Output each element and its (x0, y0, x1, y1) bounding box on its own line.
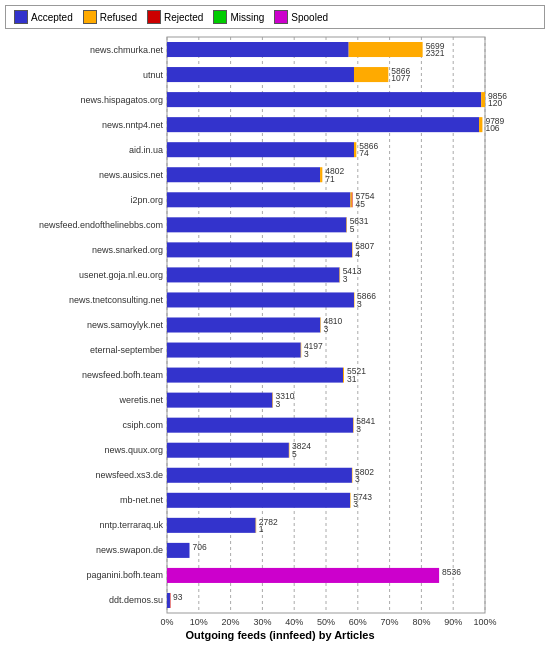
chart-wrapper: 0%10%20%30%40%50%60%70%80%90%100%news.ch… (5, 33, 545, 643)
svg-text:3: 3 (343, 274, 348, 284)
bar-segment-refused (273, 393, 274, 408)
bar-segment-refused (320, 167, 322, 182)
bar-segment-refused (479, 117, 482, 132)
svg-text:8536: 8536 (442, 567, 461, 577)
svg-text:5: 5 (350, 224, 355, 234)
bar-segment-accepted (167, 267, 340, 282)
svg-text:74: 74 (359, 148, 369, 158)
svg-text:newsfeed.xs3.de: newsfeed.xs3.de (95, 470, 163, 480)
bar-segment-accepted (167, 142, 354, 157)
bar-segment-refused (349, 42, 423, 57)
svg-text:93: 93 (173, 592, 183, 602)
bar-segment-refused (353, 418, 354, 433)
legend-color-refused (83, 10, 97, 24)
bar-segment-refused (346, 217, 347, 232)
legend-color-spooled (274, 10, 288, 24)
svg-text:80%: 80% (412, 617, 430, 627)
bar-segment-accepted (167, 518, 256, 533)
svg-text:news.hispagatos.org: news.hispagatos.org (80, 95, 163, 105)
bar-chart: 0%10%20%30%40%50%60%70%80%90%100%news.ch… (5, 33, 550, 643)
legend-color-accepted (14, 10, 28, 24)
bar-segment-accepted (167, 368, 343, 383)
svg-text:1077: 1077 (391, 73, 410, 83)
svg-text:mb-net.net: mb-net.net (120, 495, 164, 505)
svg-text:news.snarked.org: news.snarked.org (92, 245, 163, 255)
svg-text:Outgoing feeds (innfeed) by Ar: Outgoing feeds (innfeed) by Articles (185, 629, 374, 641)
bar-segment-accepted (167, 593, 170, 608)
svg-text:3: 3 (357, 299, 362, 309)
bar-segment-accepted (167, 468, 352, 483)
bar-segment-accepted (167, 292, 354, 307)
svg-text:news.tnetconsulting.net: news.tnetconsulting.net (69, 295, 164, 305)
svg-text:45: 45 (355, 199, 365, 209)
bar-segment-accepted (167, 393, 273, 408)
svg-text:3: 3 (353, 499, 358, 509)
svg-text:2321: 2321 (426, 48, 445, 58)
bar-segment-refused (350, 192, 351, 207)
svg-text:news.ausics.net: news.ausics.net (99, 170, 164, 180)
svg-text:news.quux.org: news.quux.org (104, 445, 163, 455)
bar-segment-refused (352, 468, 353, 483)
svg-text:newsfeed.endofthelinebbs.com: newsfeed.endofthelinebbs.com (39, 220, 163, 230)
legend-item-refused: Refused (83, 10, 137, 24)
svg-text:10%: 10% (190, 617, 208, 627)
svg-text:30%: 30% (253, 617, 271, 627)
bar-segment-refused (354, 67, 388, 82)
svg-text:706: 706 (193, 542, 207, 552)
legend-item-spooled: Spooled (274, 10, 328, 24)
svg-text:5: 5 (292, 449, 297, 459)
svg-text:csiph.com: csiph.com (122, 420, 163, 430)
bar-segment-accepted (167, 443, 289, 458)
svg-text:news.samoylyk.net: news.samoylyk.net (87, 320, 164, 330)
legend-label-rejected: Rejected (164, 12, 203, 23)
bar-segment-accepted (167, 167, 320, 182)
svg-text:90%: 90% (444, 617, 462, 627)
svg-text:20%: 20% (222, 617, 240, 627)
chart-container: AcceptedRefusedRejectedMissingSpooled 0%… (0, 0, 550, 655)
svg-text:ddt.demos.su: ddt.demos.su (109, 595, 163, 605)
bar-segment-refused (289, 443, 290, 458)
bar-segment-refused (352, 242, 353, 257)
bar-segment-accepted (167, 117, 479, 132)
svg-text:3: 3 (356, 424, 361, 434)
legend-item-rejected: Rejected (147, 10, 203, 24)
svg-text:3: 3 (304, 349, 309, 359)
bar-segment-spooled (167, 568, 439, 583)
bar-segment-accepted (167, 217, 346, 232)
svg-text:newsfeed.bofh.team: newsfeed.bofh.team (82, 370, 163, 380)
legend-label-spooled: Spooled (291, 12, 328, 23)
svg-text:3: 3 (323, 324, 328, 334)
bar-segment-refused (340, 267, 341, 282)
bar-segment-accepted (167, 42, 349, 57)
bar-segment-refused (354, 292, 355, 307)
bar-segment-accepted (167, 317, 320, 332)
bar-segment-accepted (167, 67, 354, 82)
svg-text:4: 4 (355, 249, 360, 259)
svg-text:weretis.net: weretis.net (118, 395, 163, 405)
legend-label-refused: Refused (100, 12, 137, 23)
bar-segment-accepted (167, 543, 190, 558)
svg-text:nntp.terraraq.uk: nntp.terraraq.uk (99, 520, 163, 530)
svg-text:31: 31 (347, 374, 357, 384)
svg-text:i2pn.org: i2pn.org (130, 195, 163, 205)
legend-label-missing: Missing (230, 12, 264, 23)
bar-segment-accepted (167, 92, 481, 107)
legend-color-missing (213, 10, 227, 24)
legend: AcceptedRefusedRejectedMissingSpooled (5, 5, 545, 29)
svg-text:60%: 60% (349, 617, 367, 627)
bar-segment-refused (354, 142, 356, 157)
bar-segment-accepted (167, 418, 353, 433)
legend-color-rejected (147, 10, 161, 24)
svg-text:3: 3 (355, 474, 360, 484)
legend-item-missing: Missing (213, 10, 264, 24)
bar-segment-refused (350, 493, 351, 508)
svg-text:1: 1 (259, 524, 264, 534)
bar-segment-accepted (167, 192, 350, 207)
bar-segment-refused (343, 368, 344, 383)
bar-segment-refused (301, 343, 302, 358)
svg-text:usenet.goja.nl.eu.org: usenet.goja.nl.eu.org (79, 270, 163, 280)
bar-segment-accepted (167, 493, 350, 508)
bar-segment-refused (481, 92, 485, 107)
bar-segment-accepted (167, 242, 352, 257)
legend-label-accepted: Accepted (31, 12, 73, 23)
